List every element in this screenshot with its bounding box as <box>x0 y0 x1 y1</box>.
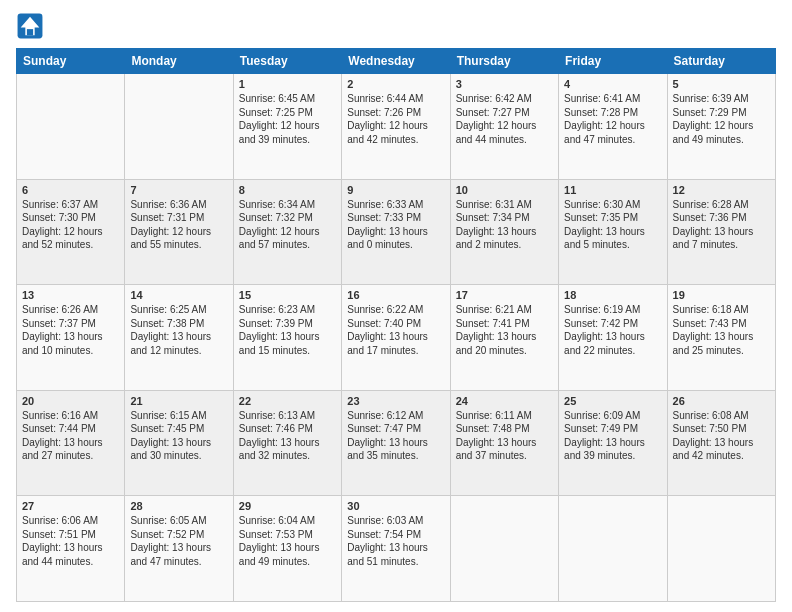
calendar-cell: 22Sunrise: 6:13 AMSunset: 7:46 PMDayligh… <box>233 390 341 496</box>
day-number: 29 <box>239 500 336 512</box>
cell-info: Sunrise: 6:12 AMSunset: 7:47 PMDaylight:… <box>347 409 444 463</box>
day-number: 12 <box>673 184 770 196</box>
calendar-week-2: 6Sunrise: 6:37 AMSunset: 7:30 PMDaylight… <box>17 179 776 285</box>
calendar-cell: 16Sunrise: 6:22 AMSunset: 7:40 PMDayligh… <box>342 285 450 391</box>
calendar-cell: 30Sunrise: 6:03 AMSunset: 7:54 PMDayligh… <box>342 496 450 602</box>
day-number: 3 <box>456 78 553 90</box>
cell-info: Sunrise: 6:04 AMSunset: 7:53 PMDaylight:… <box>239 514 336 568</box>
calendar-cell: 27Sunrise: 6:06 AMSunset: 7:51 PMDayligh… <box>17 496 125 602</box>
cell-info: Sunrise: 6:39 AMSunset: 7:29 PMDaylight:… <box>673 92 770 146</box>
calendar-cell <box>450 496 558 602</box>
logo <box>16 12 48 40</box>
day-number: 22 <box>239 395 336 407</box>
cell-info: Sunrise: 6:08 AMSunset: 7:50 PMDaylight:… <box>673 409 770 463</box>
day-number: 6 <box>22 184 119 196</box>
calendar-cell: 3Sunrise: 6:42 AMSunset: 7:27 PMDaylight… <box>450 74 558 180</box>
cell-info: Sunrise: 6:33 AMSunset: 7:33 PMDaylight:… <box>347 198 444 252</box>
calendar-cell: 4Sunrise: 6:41 AMSunset: 7:28 PMDaylight… <box>559 74 667 180</box>
day-number: 14 <box>130 289 227 301</box>
calendar-cell: 9Sunrise: 6:33 AMSunset: 7:33 PMDaylight… <box>342 179 450 285</box>
day-number: 20 <box>22 395 119 407</box>
cell-info: Sunrise: 6:09 AMSunset: 7:49 PMDaylight:… <box>564 409 661 463</box>
calendar-cell: 8Sunrise: 6:34 AMSunset: 7:32 PMDaylight… <box>233 179 341 285</box>
header <box>16 12 776 40</box>
calendar-cell: 14Sunrise: 6:25 AMSunset: 7:38 PMDayligh… <box>125 285 233 391</box>
calendar-cell: 2Sunrise: 6:44 AMSunset: 7:26 PMDaylight… <box>342 74 450 180</box>
calendar-week-1: 1Sunrise: 6:45 AMSunset: 7:25 PMDaylight… <box>17 74 776 180</box>
day-number: 8 <box>239 184 336 196</box>
calendar-col-wednesday: Wednesday <box>342 49 450 74</box>
calendar-cell <box>667 496 775 602</box>
day-number: 1 <box>239 78 336 90</box>
cell-info: Sunrise: 6:23 AMSunset: 7:39 PMDaylight:… <box>239 303 336 357</box>
calendar-table: SundayMondayTuesdayWednesdayThursdayFrid… <box>16 48 776 602</box>
cell-info: Sunrise: 6:45 AMSunset: 7:25 PMDaylight:… <box>239 92 336 146</box>
day-number: 18 <box>564 289 661 301</box>
calendar-cell: 29Sunrise: 6:04 AMSunset: 7:53 PMDayligh… <box>233 496 341 602</box>
cell-info: Sunrise: 6:44 AMSunset: 7:26 PMDaylight:… <box>347 92 444 146</box>
calendar-col-saturday: Saturday <box>667 49 775 74</box>
calendar-col-sunday: Sunday <box>17 49 125 74</box>
calendar-week-3: 13Sunrise: 6:26 AMSunset: 7:37 PMDayligh… <box>17 285 776 391</box>
day-number: 24 <box>456 395 553 407</box>
cell-info: Sunrise: 6:42 AMSunset: 7:27 PMDaylight:… <box>456 92 553 146</box>
day-number: 13 <box>22 289 119 301</box>
calendar-cell: 25Sunrise: 6:09 AMSunset: 7:49 PMDayligh… <box>559 390 667 496</box>
cell-info: Sunrise: 6:25 AMSunset: 7:38 PMDaylight:… <box>130 303 227 357</box>
calendar-cell: 5Sunrise: 6:39 AMSunset: 7:29 PMDaylight… <box>667 74 775 180</box>
day-number: 25 <box>564 395 661 407</box>
calendar-cell: 7Sunrise: 6:36 AMSunset: 7:31 PMDaylight… <box>125 179 233 285</box>
calendar-cell: 12Sunrise: 6:28 AMSunset: 7:36 PMDayligh… <box>667 179 775 285</box>
calendar-cell <box>125 74 233 180</box>
day-number: 27 <box>22 500 119 512</box>
calendar-week-5: 27Sunrise: 6:06 AMSunset: 7:51 PMDayligh… <box>17 496 776 602</box>
day-number: 30 <box>347 500 444 512</box>
day-number: 15 <box>239 289 336 301</box>
calendar-cell: 6Sunrise: 6:37 AMSunset: 7:30 PMDaylight… <box>17 179 125 285</box>
day-number: 17 <box>456 289 553 301</box>
cell-info: Sunrise: 6:19 AMSunset: 7:42 PMDaylight:… <box>564 303 661 357</box>
svg-rect-2 <box>27 29 33 35</box>
calendar-cell <box>17 74 125 180</box>
day-number: 16 <box>347 289 444 301</box>
cell-info: Sunrise: 6:36 AMSunset: 7:31 PMDaylight:… <box>130 198 227 252</box>
calendar-cell: 23Sunrise: 6:12 AMSunset: 7:47 PMDayligh… <box>342 390 450 496</box>
calendar-cell: 13Sunrise: 6:26 AMSunset: 7:37 PMDayligh… <box>17 285 125 391</box>
day-number: 26 <box>673 395 770 407</box>
cell-info: Sunrise: 6:03 AMSunset: 7:54 PMDaylight:… <box>347 514 444 568</box>
calendar-cell <box>559 496 667 602</box>
calendar-header-row: SundayMondayTuesdayWednesdayThursdayFrid… <box>17 49 776 74</box>
cell-info: Sunrise: 6:30 AMSunset: 7:35 PMDaylight:… <box>564 198 661 252</box>
day-number: 4 <box>564 78 661 90</box>
calendar-cell: 21Sunrise: 6:15 AMSunset: 7:45 PMDayligh… <box>125 390 233 496</box>
cell-info: Sunrise: 6:28 AMSunset: 7:36 PMDaylight:… <box>673 198 770 252</box>
calendar-col-friday: Friday <box>559 49 667 74</box>
day-number: 10 <box>456 184 553 196</box>
day-number: 7 <box>130 184 227 196</box>
cell-info: Sunrise: 6:11 AMSunset: 7:48 PMDaylight:… <box>456 409 553 463</box>
cell-info: Sunrise: 6:15 AMSunset: 7:45 PMDaylight:… <box>130 409 227 463</box>
calendar-col-monday: Monday <box>125 49 233 74</box>
cell-info: Sunrise: 6:13 AMSunset: 7:46 PMDaylight:… <box>239 409 336 463</box>
cell-info: Sunrise: 6:34 AMSunset: 7:32 PMDaylight:… <box>239 198 336 252</box>
cell-info: Sunrise: 6:26 AMSunset: 7:37 PMDaylight:… <box>22 303 119 357</box>
cell-info: Sunrise: 6:37 AMSunset: 7:30 PMDaylight:… <box>22 198 119 252</box>
logo-icon <box>16 12 44 40</box>
calendar-cell: 24Sunrise: 6:11 AMSunset: 7:48 PMDayligh… <box>450 390 558 496</box>
day-number: 21 <box>130 395 227 407</box>
calendar-col-thursday: Thursday <box>450 49 558 74</box>
cell-info: Sunrise: 6:31 AMSunset: 7:34 PMDaylight:… <box>456 198 553 252</box>
calendar-col-tuesday: Tuesday <box>233 49 341 74</box>
cell-info: Sunrise: 6:06 AMSunset: 7:51 PMDaylight:… <box>22 514 119 568</box>
calendar-cell: 17Sunrise: 6:21 AMSunset: 7:41 PMDayligh… <box>450 285 558 391</box>
day-number: 28 <box>130 500 227 512</box>
calendar-cell: 10Sunrise: 6:31 AMSunset: 7:34 PMDayligh… <box>450 179 558 285</box>
day-number: 11 <box>564 184 661 196</box>
calendar-week-4: 20Sunrise: 6:16 AMSunset: 7:44 PMDayligh… <box>17 390 776 496</box>
cell-info: Sunrise: 6:18 AMSunset: 7:43 PMDaylight:… <box>673 303 770 357</box>
cell-info: Sunrise: 6:41 AMSunset: 7:28 PMDaylight:… <box>564 92 661 146</box>
day-number: 9 <box>347 184 444 196</box>
calendar-cell: 26Sunrise: 6:08 AMSunset: 7:50 PMDayligh… <box>667 390 775 496</box>
day-number: 2 <box>347 78 444 90</box>
day-number: 23 <box>347 395 444 407</box>
